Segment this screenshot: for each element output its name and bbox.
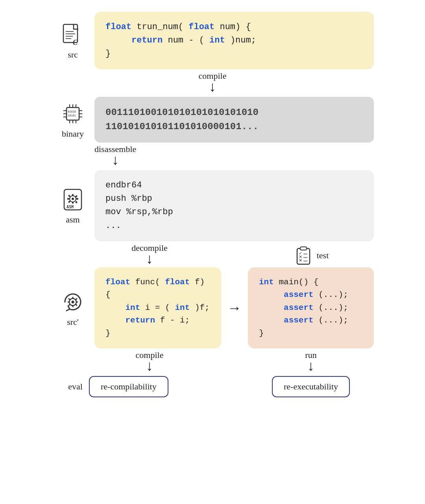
decompile-arrow-area: decompile ↓ xyxy=(51,243,248,266)
eval-left-area: eval re-compilability xyxy=(51,376,248,397)
src-float-kw: float xyxy=(105,22,131,32)
decompiled-line2: { xyxy=(105,289,210,302)
test-icon: ✓ ✕ ✕ xyxy=(293,245,314,266)
src-prime-icon-area: src' xyxy=(51,289,94,327)
svg-text:C: C xyxy=(73,39,78,46)
binary-code-box: 001110100101010101010101010 110101010101… xyxy=(94,97,374,143)
binary-row: 01010 10101 binary 001110100101010101010… xyxy=(51,97,374,143)
right-arrow-area: → xyxy=(224,267,246,349)
src-prime-area: src' float func( float f) { int i = ( in… xyxy=(51,267,221,349)
test-line1: int main() { xyxy=(259,276,363,289)
src-prime-icon xyxy=(59,289,86,315)
asm-line3: mov %rsp,%rbp xyxy=(105,206,363,219)
recompilability-box: re-compilability xyxy=(89,376,168,397)
svg-rect-43 xyxy=(72,297,74,299)
test-label: test xyxy=(317,250,329,261)
reexecutability-label: re-executability xyxy=(284,382,338,391)
src-code-line2: return num - ( int )num; xyxy=(105,34,363,47)
test-code-box: int main() { assert (...); assert (...); xyxy=(248,267,374,349)
disassemble-arrow: disassemble ↓ xyxy=(51,144,374,167)
svg-rect-44 xyxy=(72,305,74,307)
decompiled-line3: int i = ( int )f; xyxy=(105,302,210,315)
svg-point-23 xyxy=(72,198,74,200)
src-icon: C xyxy=(59,21,86,48)
decompiled-line1: float func( float f) xyxy=(105,276,210,289)
svg-rect-25 xyxy=(72,202,74,204)
right-arrow: → xyxy=(227,300,242,316)
asm-icon-area: ASM asm xyxy=(51,186,94,225)
src-label: src xyxy=(68,50,78,60)
asm-code-box: endbr64 push %rbp mov %rsp,%rbp ... xyxy=(94,170,374,241)
svg-rect-34 xyxy=(300,247,307,250)
test-line5: } xyxy=(259,327,363,340)
svg-rect-45 xyxy=(68,302,70,303)
svg-rect-6 xyxy=(67,107,79,120)
asm-label: asm xyxy=(66,215,79,225)
asm-line2: push %rbp xyxy=(105,192,363,206)
compile-arrow-down-2: ↓ xyxy=(146,359,153,373)
decompiled-line4: return f - i; xyxy=(105,314,210,327)
svg-text:10101: 10101 xyxy=(68,114,76,117)
main-diagram: C src float trun_num( float num) { retur… xyxy=(51,12,374,397)
src-prime-label: src' xyxy=(67,317,79,327)
src-icon-area: C src xyxy=(51,21,94,60)
svg-rect-27 xyxy=(76,198,78,200)
asm-row: ASM asm endbr64 push %rbp mov %rsp,%rbp … xyxy=(51,170,374,241)
svg-rect-24 xyxy=(72,194,74,196)
src-row: C src float trun_num( float num) { retur… xyxy=(51,12,374,69)
test-icon-area: ✓ ✕ ✕ test xyxy=(248,245,374,266)
binary-icon-area: 01010 10101 binary xyxy=(51,100,94,139)
test-line4: assert (...); xyxy=(259,314,363,327)
binary-line1: 001110100101010101010101010 xyxy=(105,106,363,120)
svg-rect-26 xyxy=(67,198,69,200)
disassemble-arrow-down: ↓ xyxy=(112,153,119,167)
eval-label-left: eval xyxy=(51,382,83,392)
asm-line1: endbr64 xyxy=(105,179,363,192)
test-line3: assert (...); xyxy=(259,302,363,315)
src-code-line1: float trun_num( float num) { xyxy=(105,20,363,34)
compile-arrow-down-1: ↓ xyxy=(209,80,216,94)
bottom-code-row: src' float func( float f) { int i = ( in… xyxy=(51,267,374,349)
test-code-area: int main() { assert (...); assert (...); xyxy=(248,267,374,349)
eval-right-area: re-executability xyxy=(248,376,374,397)
binary-line2: 110101010101101010000101... xyxy=(105,120,363,134)
binary-label: binary xyxy=(62,129,84,139)
asm-line4: ... xyxy=(105,219,363,233)
asm-icon: ASM xyxy=(59,186,86,213)
reexecutability-box: re-executability xyxy=(272,376,350,397)
binary-icon: 01010 10101 xyxy=(59,100,86,127)
recompilability-label: re-compilability xyxy=(101,382,157,391)
svg-point-42 xyxy=(72,301,74,304)
svg-rect-46 xyxy=(76,302,78,303)
test-line2: assert (...); xyxy=(259,289,363,302)
run-arrow-area: run ↓ xyxy=(248,350,374,373)
run-arrow-down: ↓ xyxy=(307,359,314,373)
eval-row: eval re-compilability re-executability xyxy=(51,376,374,397)
decompiled-code-box: float func( float f) { int i = ( int )f; xyxy=(94,267,221,349)
src-code-line3: } xyxy=(105,47,363,61)
src-code-box: float trun_num( float num) { return num … xyxy=(94,12,374,69)
decompiled-line5: } xyxy=(105,327,210,340)
compile-arrow-2-area: compile ↓ xyxy=(51,350,248,373)
svg-text:✕: ✕ xyxy=(299,258,302,263)
svg-text:01010: 01010 xyxy=(68,110,76,113)
decompile-arrow-down: ↓ xyxy=(146,252,153,266)
eval-arrows-row: compile ↓ run ↓ xyxy=(51,350,374,373)
compile-arrow-1: compile ↓ xyxy=(51,71,374,94)
decompile-test-row: decompile ↓ ✓ ✕ ✕ test xyxy=(51,243,374,266)
svg-text:ASM: ASM xyxy=(67,205,74,209)
